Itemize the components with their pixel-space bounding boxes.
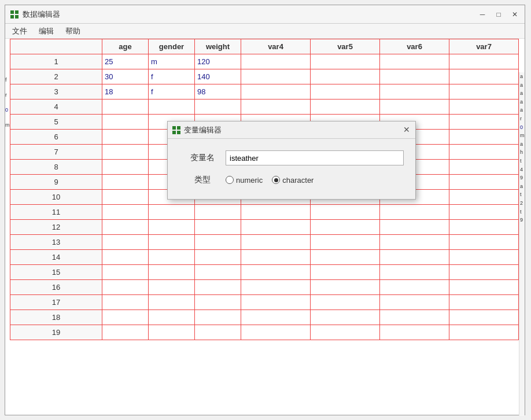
modal-title-bar: 变量编辑器 ✕ xyxy=(168,121,415,139)
modal-close-button[interactable]: ✕ xyxy=(400,123,413,136)
modal-app-icon xyxy=(172,126,180,134)
variable-editor-dialog: 变量编辑器 ✕ 变量名 类型 numeric xyxy=(167,121,416,200)
main-window: 数据编辑器 ─ □ ✕ 文件 编辑 帮助 f r 0 m age gender xyxy=(5,5,525,415)
numeric-radio-circle[interactable] xyxy=(226,176,234,184)
svg-rect-4 xyxy=(172,126,176,130)
svg-rect-6 xyxy=(172,131,176,134)
character-label: character xyxy=(282,176,314,185)
type-row: 类型 numeric character xyxy=(179,175,404,185)
type-numeric-option[interactable]: numeric xyxy=(226,176,263,185)
character-radio-circle[interactable] xyxy=(272,176,280,184)
type-label: 类型 xyxy=(179,175,226,185)
svg-rect-5 xyxy=(177,126,180,130)
svg-rect-7 xyxy=(177,131,180,134)
type-character-option[interactable]: character xyxy=(272,176,314,185)
modal-overlay: 变量编辑器 ✕ 变量名 类型 numeric xyxy=(5,5,525,415)
var-name-input[interactable] xyxy=(226,150,404,165)
numeric-label: numeric xyxy=(236,176,263,185)
modal-title: 变量编辑器 xyxy=(184,125,222,135)
type-radio-group: numeric character xyxy=(226,176,314,185)
modal-body: 变量名 类型 numeric character xyxy=(168,139,415,199)
var-name-row: 变量名 xyxy=(179,150,404,165)
var-name-label: 变量名 xyxy=(179,153,226,163)
